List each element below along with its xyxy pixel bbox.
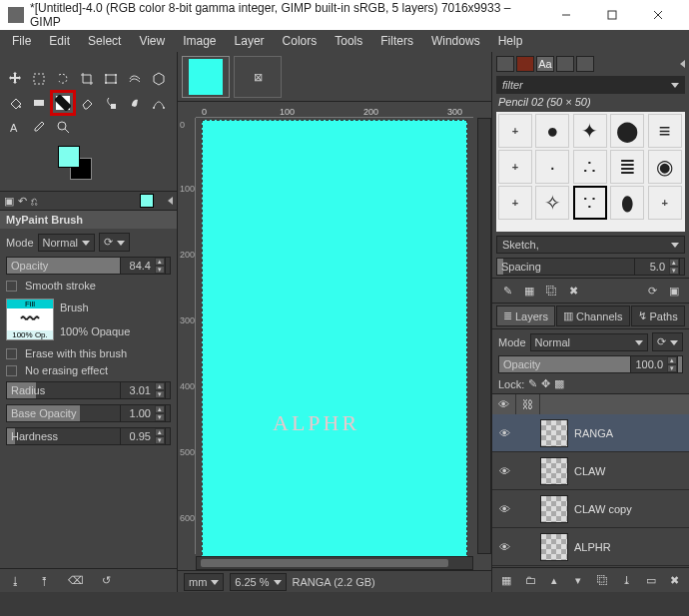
brush-preview[interactable]: Fill 〰 100% Op. [6,299,54,340]
zoom-tool[interactable] [52,116,74,138]
duplicate-layer-icon[interactable]: ⿻ [595,572,611,588]
brush-grid[interactable]: +●✦⬤≡ +·∴≣◉ +✧∵⬮+ [496,112,685,232]
layer-opacity-slider[interactable]: Opacity 100.0▴▾ [498,355,683,373]
move-tool[interactable] [4,68,26,90]
mypaint-brush-tool[interactable] [52,92,74,114]
menu-help[interactable]: Help [490,32,531,50]
menu-image[interactable]: Image [175,32,224,50]
eraser-tool[interactable] [76,92,98,114]
layer-row[interactable]: 👁 CLAW copy [492,490,689,528]
eye-icon[interactable]: 👁 [492,541,516,553]
image-tab-1[interactable] [182,56,230,98]
warp-tool[interactable] [124,68,146,90]
color-picker-tool[interactable] [28,116,50,138]
refresh-brushes-icon[interactable]: ⟳ [643,283,661,299]
maximize-button[interactable] [589,1,635,30]
brushes-tab[interactable] [496,56,514,72]
layer-name[interactable]: RANGA [574,427,613,439]
lock-alpha-icon[interactable]: ▩ [554,377,564,390]
free-select-tool[interactable] [52,68,74,90]
delete-preset-icon[interactable]: ⌫ [68,574,84,587]
eye-icon[interactable]: 👁 [492,465,516,477]
mask-icon[interactable]: ▭ [643,572,659,588]
menu-file[interactable]: File [4,32,39,50]
opacity-slider[interactable]: Opacity 84.4▴▾ [6,257,171,275]
menu-tools[interactable]: Tools [327,32,370,50]
ruler-vertical[interactable]: 0 100 200 300 400 500 600 [178,118,196,554]
lock-position-icon[interactable]: ✥ [541,377,550,390]
color-swatches[interactable] [58,146,177,191]
history-tab[interactable] [556,56,574,72]
layer-row[interactable]: 👁 ALPHR [492,528,689,566]
dock-menu-icon[interactable] [164,195,173,207]
open-as-image-icon[interactable]: ▣ [665,283,683,299]
minimize-button[interactable] [543,1,589,30]
restore-preset-icon[interactable]: ⭱ [39,575,50,587]
base-opacity-slider[interactable]: Base Opacity 1.00▴▾ [6,404,171,422]
menu-filters[interactable]: Filters [372,32,421,50]
hardness-value[interactable]: 0.95 [121,428,155,444]
menu-colors[interactable]: Colors [275,32,326,50]
crop-tool[interactable] [76,68,98,90]
layer-opacity-value[interactable]: 100.0 [631,356,667,372]
smudge-tool[interactable] [124,92,146,114]
spacing-value[interactable]: 5.0 [635,259,669,275]
path-tool[interactable] [148,92,170,114]
dock-menu-right-icon[interactable] [676,58,685,70]
close-button[interactable] [635,1,681,30]
undo-history-tab[interactable]: ↶ [18,195,27,208]
new-group-icon[interactable]: 🗀 [522,572,538,588]
radius-slider[interactable]: Radius 3.01▴▾ [6,381,171,399]
cage-tool[interactable] [148,68,170,90]
new-layer-icon[interactable]: ▦ [498,572,514,588]
radius-value[interactable]: 3.01 [121,382,155,398]
base-opacity-value[interactable]: 1.00 [121,405,155,421]
new-brush-icon[interactable]: ▦ [520,283,538,299]
delete-layer-icon[interactable]: ✖ [667,572,683,588]
fonts-tab[interactable]: Aa [536,56,554,72]
layer-mode-combo[interactable]: Normal [530,333,648,351]
menu-view[interactable]: View [131,32,173,50]
channels-tab[interactable]: ▥Channels [556,306,629,326]
device-tab[interactable]: ⎌ [31,195,38,207]
layer-row[interactable]: 👁 CLAW [492,452,689,490]
menu-layer[interactable]: Layer [227,32,273,50]
duplicate-brush-icon[interactable]: ⿻ [542,283,560,299]
lock-pixels-icon[interactable]: ✎ [528,377,537,390]
rect-select-tool[interactable] [28,68,50,90]
smooth-stroke-checkbox[interactable] [6,281,17,292]
layer-name[interactable]: CLAW copy [574,503,632,515]
gradients-tab[interactable] [576,56,594,72]
erase-with-brush-checkbox[interactable] [6,348,17,359]
clone-tool[interactable] [100,92,122,114]
unit-combo[interactable]: mm [184,573,224,591]
layer-row[interactable]: 👁 RANGA [492,414,689,452]
lower-layer-icon[interactable]: ▾ [570,572,586,588]
text-tool[interactable]: A [4,116,26,138]
image-tab-close[interactable]: ⊠ [234,56,282,98]
eye-icon[interactable]: 👁 [492,503,516,515]
layer-name[interactable]: CLAW [574,465,605,477]
horizontal-scrollbar[interactable] [196,556,473,570]
delete-brush-icon[interactable]: ✖ [564,283,582,299]
menu-windows[interactable]: Windows [423,32,488,50]
bucket-fill-tool[interactable] [4,92,26,114]
ruler-horizontal[interactable]: 0 100 200 300 [196,102,473,118]
transform-tool[interactable] [100,68,122,90]
active-color-chip[interactable] [140,194,154,208]
foreground-color[interactable] [58,146,80,168]
layer-name[interactable]: ALPHR [574,541,611,553]
vertical-scrollbar[interactable] [477,118,491,554]
brush-spacing-slider[interactable]: Spacing 5.0▴▾ [496,258,685,276]
patterns-tab[interactable] [516,56,534,72]
brush-filter-input[interactable]: filter [496,76,685,94]
merge-down-icon[interactable]: ⤓ [619,572,635,588]
layer-mode-switch[interactable]: ⟳ [652,332,683,351]
gradient-tool[interactable] [28,92,50,114]
opacity-value[interactable]: 84.4 [121,258,155,274]
menu-select[interactable]: Select [80,32,129,50]
paths-tab[interactable]: ↯Paths [631,306,685,326]
reset-preset-icon[interactable]: ↺ [102,574,111,587]
blend-mode-combo[interactable]: Normal [38,234,95,252]
raise-layer-icon[interactable]: ▴ [546,572,562,588]
